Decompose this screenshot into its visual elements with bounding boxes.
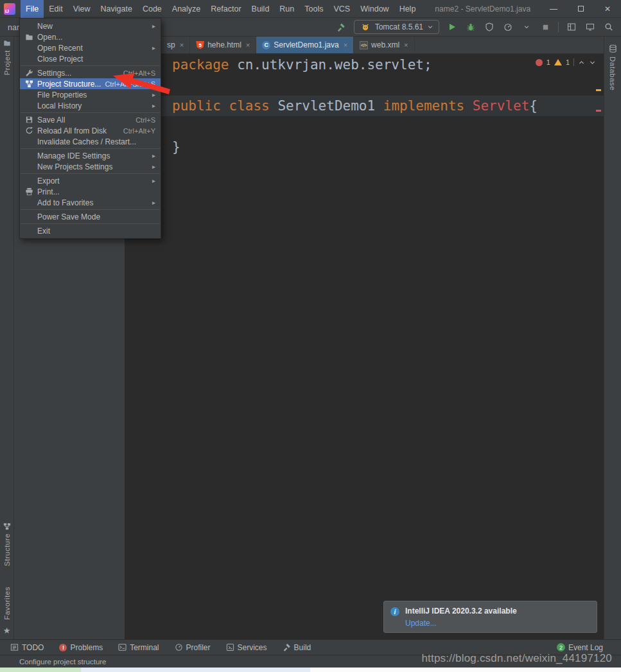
layout-icon[interactable] bbox=[566, 21, 577, 33]
menu-item-invalidate-caches[interactable]: Invalidate Caches / Restart... bbox=[20, 136, 161, 147]
terminal-icon bbox=[118, 643, 127, 651]
menu-separator bbox=[21, 173, 160, 174]
tab-hehe-html[interactable]: 5 hehe.html × bbox=[190, 37, 256, 53]
tab-web-xml[interactable]: </> web.xml × bbox=[354, 37, 414, 53]
profiler-gauge-icon bbox=[175, 643, 183, 651]
left-stripe-bottom: Structure Favorites ★ bbox=[3, 522, 11, 635]
run-configuration-select[interactable]: Tomcat 8.5.61 bbox=[354, 20, 439, 34]
debug-bug-icon[interactable] bbox=[465, 21, 477, 33]
menubar-tools[interactable]: Tools bbox=[299, 0, 328, 18]
menu-item-project-structure[interactable]: Project Structure...Ctrl+Alt+Shift+S bbox=[20, 78, 161, 89]
event-log-button[interactable]: 2 Event Log bbox=[557, 643, 603, 652]
favorites-tool-button[interactable]: Favorites ★ bbox=[3, 583, 11, 635]
menu-item-new[interactable]: New▸ bbox=[20, 21, 161, 31]
menu-separator bbox=[21, 209, 160, 210]
tab-jsp-partial[interactable]: sp × bbox=[161, 37, 190, 53]
search-icon[interactable] bbox=[603, 21, 615, 33]
profiler-tool-button[interactable]: Profiler bbox=[175, 643, 211, 652]
save-icon bbox=[24, 116, 35, 124]
code-line-package: package cn.utkvrjan.web.servlet; bbox=[125, 55, 604, 75]
build-tool-button[interactable]: Build bbox=[283, 643, 311, 652]
menubar-help[interactable]: Help bbox=[394, 0, 421, 18]
services-tool-button[interactable]: Services bbox=[226, 643, 267, 652]
refresh-icon bbox=[24, 126, 35, 135]
chevron-down-icon[interactable] bbox=[521, 21, 532, 33]
status-hint: Configure project structure bbox=[19, 658, 107, 666]
menubar-analyze[interactable]: Analyze bbox=[167, 0, 206, 18]
notification-title: IntelliJ IDEA 2020.3.2 available bbox=[405, 607, 517, 616]
menubar-refactor[interactable]: Refactor bbox=[206, 0, 246, 18]
submenu-arrow-icon: ▸ bbox=[152, 44, 155, 51]
menu-item-file-properties[interactable]: File Properties▸ bbox=[20, 89, 161, 100]
menubar-code[interactable]: Code bbox=[137, 0, 167, 18]
structure-icon bbox=[24, 80, 35, 88]
close-button[interactable]: ✕ bbox=[594, 0, 621, 18]
update-link[interactable]: Update... bbox=[405, 619, 517, 628]
printer-icon bbox=[24, 187, 35, 196]
menubar-file[interactable]: File bbox=[21, 0, 44, 18]
maximize-button[interactable] bbox=[567, 0, 594, 18]
menubar-edit[interactable]: Edit bbox=[44, 0, 68, 18]
code-line-class: public class ServletDemo1 implements Ser… bbox=[125, 96, 604, 116]
project-folder-icon bbox=[3, 39, 11, 47]
editor-code-area[interactable]: package cn.utkvrjan.web.servlet; public … bbox=[125, 54, 604, 639]
inspection-widget[interactable]: 1 1 bbox=[536, 58, 596, 66]
menubar-build[interactable]: Build bbox=[247, 0, 275, 18]
menu-item-new-projects-settings[interactable]: New Projects Settings▸ bbox=[20, 161, 161, 172]
structure-tool-button[interactable]: Structure bbox=[3, 522, 11, 569]
menubar-vcs[interactable]: VCS bbox=[328, 0, 355, 18]
menu-item-reload-all-from-disk[interactable]: Reload All from DiskCtrl+Alt+Y bbox=[20, 125, 161, 136]
window-title: name2 - ServletDemo1.java bbox=[435, 4, 530, 13]
profiler-gauge-icon[interactable] bbox=[502, 21, 514, 33]
todo-icon bbox=[10, 643, 19, 651]
menu-item-manage-ide-settings[interactable]: Manage IDE Settings▸ bbox=[20, 150, 161, 161]
error-stripe-mark bbox=[596, 110, 601, 112]
run-button[interactable] bbox=[446, 21, 458, 33]
close-icon[interactable]: × bbox=[404, 41, 408, 49]
menu-item-settings[interactable]: Settings...Ctrl+Alt+S bbox=[20, 67, 161, 78]
monitor-icon[interactable] bbox=[584, 21, 596, 33]
menu-item-add-to-favorites[interactable]: Add to Favorites▸ bbox=[20, 197, 161, 208]
terminal-tool-button[interactable]: Terminal bbox=[118, 643, 159, 652]
menubar-navigate[interactable]: Navigate bbox=[96, 0, 137, 18]
submenu-arrow-icon: ▸ bbox=[152, 199, 155, 206]
close-icon[interactable]: × bbox=[246, 41, 250, 49]
minimize-button[interactable]: — bbox=[540, 0, 567, 18]
error-circle-icon: ! bbox=[59, 644, 67, 651]
intellij-window: IJ File Edit View Navigate Code Analyze … bbox=[0, 0, 621, 672]
stop-button[interactable] bbox=[539, 21, 551, 33]
menubar-run[interactable]: Run bbox=[274, 0, 299, 18]
menu-item-power-save-mode[interactable]: Power Save Mode bbox=[20, 211, 161, 222]
menu-item-exit[interactable]: Exit bbox=[20, 225, 161, 236]
menu-item-local-history[interactable]: Local History▸ bbox=[20, 100, 161, 111]
problems-tool-button[interactable]: ! Problems bbox=[59, 643, 103, 652]
structure-tool-label: Structure bbox=[3, 533, 11, 566]
project-tool-button[interactable]: Project bbox=[3, 39, 11, 78]
chevron-up-icon[interactable] bbox=[578, 59, 585, 66]
menu-item-export[interactable]: Export▸ bbox=[20, 175, 161, 186]
intellij-logo-icon: IJ bbox=[4, 3, 15, 15]
menu-separator bbox=[21, 65, 160, 66]
menu-item-open[interactable]: Open... bbox=[20, 31, 161, 42]
close-icon[interactable]: × bbox=[180, 41, 184, 49]
build-hammer-icon[interactable] bbox=[335, 21, 347, 33]
close-icon[interactable]: × bbox=[344, 41, 347, 49]
chevron-down-icon[interactable] bbox=[589, 59, 596, 66]
menu-item-save-all[interactable]: Save AllCtrl+S bbox=[20, 114, 161, 125]
event-log-badge: 2 bbox=[557, 643, 565, 651]
menubar-view[interactable]: View bbox=[68, 0, 96, 18]
database-tool-button[interactable]: Database bbox=[609, 44, 617, 94]
coverage-shield-icon[interactable] bbox=[484, 21, 495, 33]
wrench-icon bbox=[24, 69, 35, 77]
todo-tool-button[interactable]: TODO bbox=[10, 643, 44, 652]
menu-item-print[interactable]: Print... bbox=[20, 186, 161, 197]
star-icon: ★ bbox=[3, 626, 11, 635]
menu-item-close-project[interactable]: Close Project bbox=[20, 53, 161, 64]
update-notification[interactable]: i IntelliJ IDEA 2020.3.2 available Updat… bbox=[383, 601, 597, 633]
warning-stripe-mark bbox=[596, 89, 601, 91]
tab-servletdemo1-java[interactable]: C ServletDemo1.java × bbox=[256, 37, 354, 53]
menu-item-open-recent[interactable]: Open Recent▸ bbox=[20, 42, 161, 53]
error-count: 1 bbox=[547, 58, 550, 66]
database-icon bbox=[609, 44, 617, 53]
menubar-window[interactable]: Window bbox=[355, 0, 394, 18]
